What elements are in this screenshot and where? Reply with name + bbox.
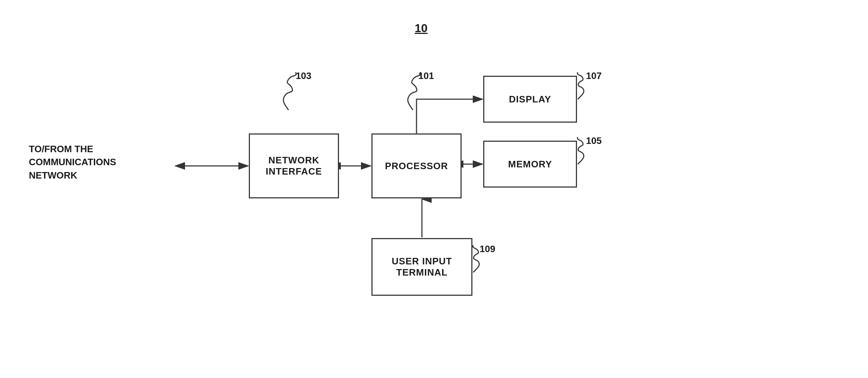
network-interface-box: NETWORKINTERFACE [249, 133, 339, 198]
left-label: TO/FROM THE COMMUNICATIONS NETWORK [29, 142, 116, 182]
memory-box: MEMORY [483, 141, 577, 188]
ref-107-label: 107 [586, 70, 602, 82]
memory-label: MEMORY [508, 159, 552, 170]
display-label: DISPLAY [509, 94, 551, 105]
diagram-container: 10 TO/FROM THE COMMUNICATIONS NETWORK NE… [0, 0, 868, 378]
figure-number: 10 [415, 22, 428, 35]
processor-label: PROCESSOR [385, 161, 448, 172]
display-box: DISPLAY [483, 76, 577, 123]
user-input-terminal-box: USER INPUTTERMINAL [371, 238, 472, 296]
ref-105-label: 105 [586, 135, 602, 146]
ref-103-label: 103 [296, 70, 311, 82]
ref-109-label: 109 [480, 243, 495, 255]
user-input-terminal-label: USER INPUTTERMINAL [392, 256, 452, 278]
ref-101-label: 101 [418, 70, 434, 82]
processor-box: PROCESSOR [371, 133, 462, 198]
network-interface-label: NETWORKINTERFACE [266, 155, 322, 177]
